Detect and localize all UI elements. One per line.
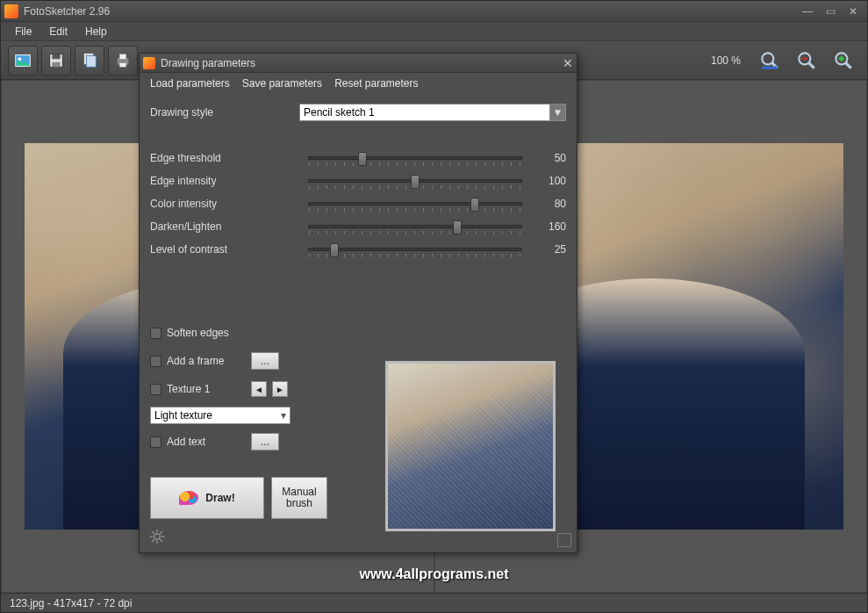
texture-checkbox[interactable]: [150, 384, 161, 395]
slider-row-1: Edge intensity 100: [150, 169, 566, 192]
slider-track[interactable]: [308, 156, 522, 160]
copy-button[interactable]: [75, 46, 104, 76]
texture-prev-button[interactable]: ◄: [251, 381, 267, 397]
manual-brush-button[interactable]: Manual brush: [271, 477, 327, 519]
dialog-titlebar: Drawing parameters ✕: [140, 54, 577, 73]
slider-row-0: Edge threshold 50: [150, 147, 566, 169]
svg-line-14: [808, 62, 814, 69]
soften-edges-row: Soften edges: [150, 322, 326, 343]
svg-line-25: [152, 531, 154, 534]
dialog-icon: [143, 57, 155, 69]
svg-rect-9: [119, 62, 126, 67]
texture-row: Texture 1 ◄ ►: [150, 379, 326, 400]
slider-row-4: Level of contrast 25: [150, 238, 566, 261]
zoom-in-button[interactable]: [829, 46, 858, 76]
svg-line-17: [845, 62, 851, 69]
status-text: 123.jpg - 417x417 - 72 dpi: [10, 597, 132, 609]
preview-thumbnail: [385, 361, 556, 531]
minimize-button[interactable]: —: [797, 4, 818, 18]
menu-help[interactable]: Help: [78, 24, 114, 40]
gear-icon[interactable]: [148, 528, 166, 545]
add-text-label: Add text: [167, 436, 246, 448]
zoom-out-button[interactable]: [792, 46, 821, 76]
load-parameters[interactable]: Load parameters: [147, 76, 233, 91]
svg-rect-4: [52, 61, 60, 67]
dialog-title: Drawing parameters: [161, 57, 556, 69]
texture-next-button[interactable]: ►: [272, 381, 288, 397]
add-text-checkbox[interactable]: [150, 436, 161, 448]
drawing-style-input[interactable]: [299, 104, 550, 121]
window-close-button[interactable]: ✕: [843, 4, 864, 18]
texture-select[interactable]: Light texture ▾: [150, 407, 291, 424]
slider-track[interactable]: [308, 225, 522, 228]
slider-thumb[interactable]: [358, 152, 367, 166]
slider-label: Level of contrast: [150, 243, 299, 256]
menubar: File Edit Help: [1, 22, 867, 41]
svg-rect-3: [52, 54, 60, 58]
reset-parameters[interactable]: Reset parameters: [331, 76, 421, 91]
chevron-down-icon: ▾: [281, 409, 286, 422]
svg-rect-8: [119, 54, 126, 58]
slider-label: Edge threshold: [150, 152, 299, 164]
svg-line-27: [152, 539, 154, 542]
slider-label: Color intensity: [150, 198, 299, 210]
svg-line-28: [160, 531, 162, 534]
slider-value: 100: [531, 175, 566, 187]
app-title: FotoSketcher 2.96: [24, 5, 795, 18]
watermark: www.4allprograms.net: [359, 566, 508, 582]
dialog-close-button[interactable]: ✕: [556, 56, 573, 70]
titlebar: FotoSketcher 2.96 — ▭ ✕: [1, 1, 867, 22]
svg-line-26: [160, 539, 162, 542]
soften-edges-label: Soften edges: [167, 327, 229, 339]
chevron-down-icon[interactable]: ▼: [550, 104, 566, 121]
palette-icon: [179, 491, 198, 505]
slider-row-3: Darken/Lighten 160: [150, 215, 566, 238]
add-text-row: Add text ...: [150, 431, 326, 452]
open-image-button[interactable]: [8, 46, 38, 76]
menu-file[interactable]: File: [8, 24, 39, 40]
resize-handle[interactable]: [557, 533, 571, 547]
drawing-style-dropdown[interactable]: ▼: [299, 104, 566, 121]
svg-rect-6: [86, 55, 96, 67]
print-button[interactable]: [108, 46, 138, 76]
slider-thumb[interactable]: [330, 243, 339, 257]
zoom-fit-button[interactable]: [755, 46, 785, 76]
drawing-parameters-dialog: Drawing parameters ✕ Load parameters Sav…: [139, 53, 577, 553]
soften-edges-checkbox[interactable]: [150, 328, 161, 339]
statusbar: 123.jpg - 417x417 - 72 dpi: [1, 593, 867, 612]
slider-row-2: Color intensity 80: [150, 192, 566, 215]
slider-track[interactable]: [308, 248, 522, 251]
add-frame-label: Add a frame: [167, 355, 246, 367]
save-image-button[interactable]: [41, 46, 71, 76]
slider-thumb[interactable]: [453, 220, 462, 234]
slider-track[interactable]: [308, 202, 522, 206]
svg-point-20: [154, 534, 161, 540]
menu-edit[interactable]: Edit: [42, 24, 75, 40]
zoom-label: 100 %: [711, 54, 741, 67]
maximize-button[interactable]: ▭: [820, 4, 841, 18]
add-frame-checkbox[interactable]: [150, 356, 161, 367]
texture-label: Texture 1: [167, 383, 246, 395]
draw-button[interactable]: Draw!: [150, 477, 264, 519]
dialog-menu: Load parameters Save parameters Reset pa…: [140, 73, 577, 94]
slider-value: 25: [531, 243, 566, 256]
svg-point-1: [18, 57, 22, 61]
add-frame-row: Add a frame ...: [150, 350, 326, 371]
slider-value: 50: [531, 152, 566, 164]
zoom-group: 100 %: [711, 46, 858, 76]
drawing-style-row: Drawing style ▼: [150, 101, 566, 124]
drawing-style-label: Drawing style: [150, 106, 299, 119]
app-icon: [4, 4, 18, 18]
save-parameters[interactable]: Save parameters: [239, 76, 326, 91]
slider-value: 80: [531, 198, 566, 210]
add-text-browse-button[interactable]: ...: [251, 433, 279, 451]
frame-browse-button[interactable]: ...: [251, 352, 279, 370]
slider-label: Darken/Lighten: [150, 220, 299, 233]
slider-label: Edge intensity: [150, 175, 299, 187]
slider-track[interactable]: [308, 179, 522, 183]
svg-rect-12: [762, 66, 777, 69]
slider-value: 160: [531, 220, 566, 233]
slider-thumb[interactable]: [470, 198, 479, 212]
slider-thumb[interactable]: [411, 175, 420, 189]
texture-value: Light texture: [154, 409, 212, 422]
